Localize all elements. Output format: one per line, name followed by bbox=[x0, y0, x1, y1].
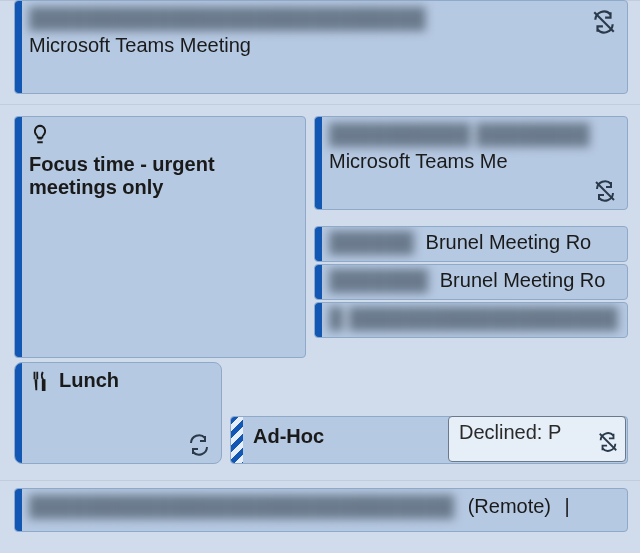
event-title: Ad-Hoc bbox=[253, 425, 324, 447]
event-obscured-row[interactable]: █ ███████████████████ bbox=[314, 302, 628, 338]
event-trailing-bar: | bbox=[565, 495, 570, 517]
event-location: Microsoft Teams Meeting bbox=[29, 34, 617, 57]
event-title: Lunch bbox=[59, 369, 119, 392]
event-suffix: (Remote) bbox=[468, 495, 551, 517]
event-accent bbox=[15, 363, 22, 463]
event-accent bbox=[315, 227, 322, 261]
event-remote[interactable]: ██████████████████████████████ (Remote) … bbox=[14, 488, 628, 532]
event-subject-obscured: ██████████ ████████ bbox=[329, 123, 590, 146]
event-location: Brunel Meeting Ro bbox=[440, 269, 606, 291]
declined-label: Declined: P bbox=[459, 421, 561, 443]
event-subject-obscured: ████████████████████████████ bbox=[29, 7, 426, 30]
event-teams-meeting-right[interactable]: ██████████ ████████ Microsoft Teams Me bbox=[314, 116, 628, 210]
lightbulb-icon bbox=[29, 123, 51, 145]
event-subject-obscured: █ ███████████████████ bbox=[329, 307, 618, 330]
event-accent bbox=[315, 303, 322, 337]
event-subject-obscured: ██████████████████████████████ bbox=[29, 495, 454, 518]
event-accent bbox=[315, 117, 322, 209]
event-accent-tentative bbox=[231, 417, 243, 463]
event-title: Focus time - urgent meetings only bbox=[29, 153, 295, 199]
event-subject-obscured: ██████ bbox=[329, 231, 414, 254]
no-recur-icon bbox=[597, 431, 619, 453]
calendar-day-view: ████████████████████████████ Microsoft T… bbox=[0, 0, 640, 553]
event-subject-obscured: ███████ bbox=[329, 269, 428, 292]
event-accent bbox=[15, 1, 22, 93]
event-lunch[interactable]: Lunch bbox=[14, 362, 222, 464]
event-location: Microsoft Teams Me bbox=[329, 150, 617, 173]
event-declined[interactable]: Declined: P bbox=[448, 416, 626, 462]
event-accent bbox=[315, 265, 322, 299]
event-accent bbox=[15, 117, 22, 357]
recur-icon bbox=[187, 433, 211, 457]
no-recur-icon bbox=[593, 179, 617, 203]
event-location: Brunel Meeting Ro bbox=[426, 231, 592, 253]
event-focus-time[interactable]: Focus time - urgent meetings only bbox=[14, 116, 306, 358]
event-brunel-2[interactable]: ███████ Brunel Meeting Ro bbox=[314, 264, 628, 300]
event-accent bbox=[15, 489, 22, 531]
event-teams-meeting-top[interactable]: ████████████████████████████ Microsoft T… bbox=[14, 0, 628, 94]
fork-knife-icon bbox=[29, 370, 51, 392]
no-recur-icon bbox=[591, 9, 617, 35]
event-brunel-1[interactable]: ██████ Brunel Meeting Ro bbox=[314, 226, 628, 262]
